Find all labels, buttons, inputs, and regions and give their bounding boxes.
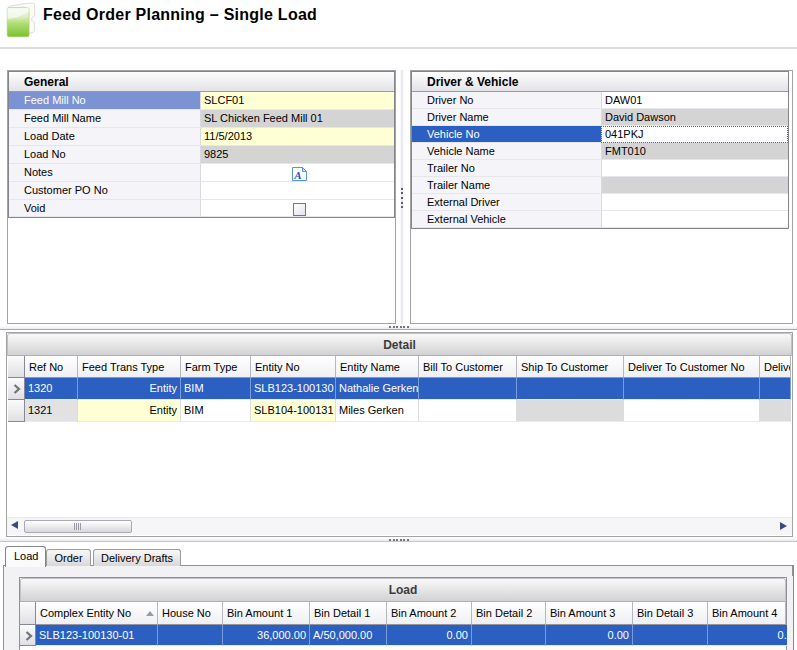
svg-text:A: A	[293, 169, 301, 181]
